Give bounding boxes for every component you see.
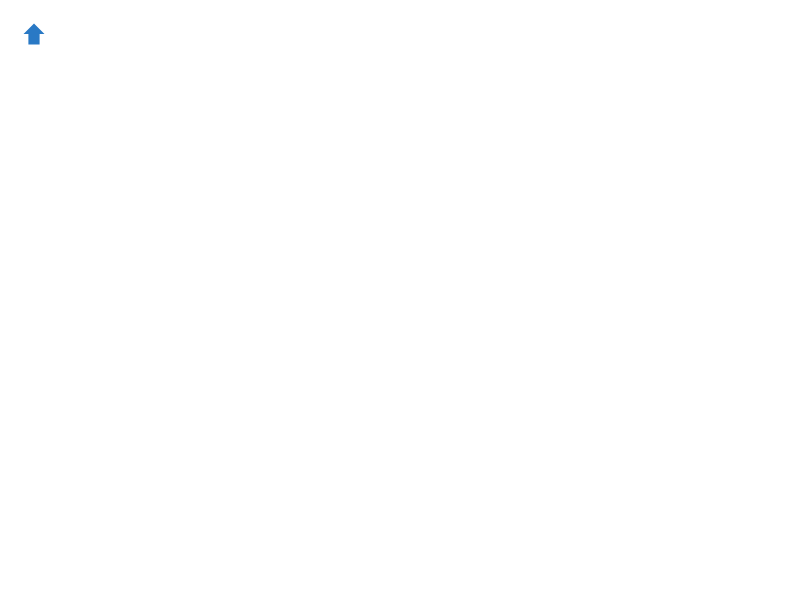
header (20, 20, 772, 48)
logo (20, 20, 52, 48)
logo-icon (20, 20, 48, 48)
svg-marker-0 (24, 24, 45, 45)
